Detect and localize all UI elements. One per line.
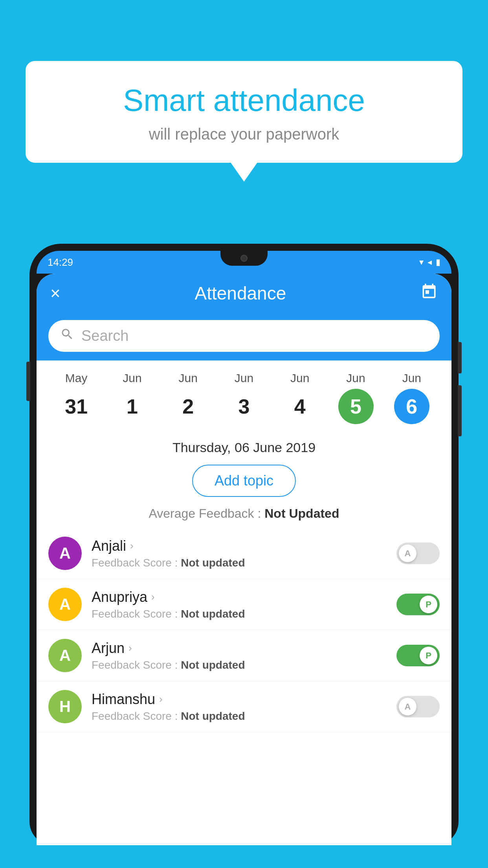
calendar-day[interactable]: Jun1 bbox=[114, 371, 150, 424]
student-list: AAnjali ›Feedback Score : Not updatedAAA… bbox=[37, 528, 451, 732]
cal-day-number: 5 bbox=[338, 389, 374, 424]
student-avatar: A bbox=[48, 537, 82, 570]
cal-day-number: 31 bbox=[59, 389, 94, 424]
wifi-icon: ▾ bbox=[419, 257, 424, 267]
attendance-toggle[interactable]: P bbox=[396, 645, 440, 666]
feedback-value: Not updated bbox=[181, 557, 245, 569]
student-name: Arjun › bbox=[92, 640, 387, 657]
volume-button bbox=[26, 362, 30, 401]
phone-container: 14:29 ▾ ◂ ▮ × Attendance bbox=[29, 244, 459, 868]
cal-day-number: 4 bbox=[282, 389, 317, 424]
attendance-toggle[interactable]: P bbox=[396, 594, 440, 615]
calendar-day[interactable]: Jun6 bbox=[394, 371, 429, 424]
student-avatar: A bbox=[48, 588, 82, 621]
cal-month-label: Jun bbox=[290, 371, 309, 385]
app-title: Attendance bbox=[194, 283, 286, 304]
calendar-day[interactable]: Jun2 bbox=[171, 371, 206, 424]
phone-screen: × Attendance Search bbox=[37, 274, 451, 845]
front-camera bbox=[240, 255, 248, 262]
power-button bbox=[458, 342, 462, 373]
speech-bubble-container: Smart attendance will replace your paper… bbox=[26, 61, 462, 163]
calendar-strip: May31Jun1Jun2Jun3Jun4Jun5Jun6 bbox=[37, 360, 451, 432]
calendar-day[interactable]: Jun3 bbox=[226, 371, 262, 424]
cal-day-number: 6 bbox=[394, 389, 429, 424]
toggle-knob: P bbox=[420, 647, 437, 664]
close-button[interactable]: × bbox=[50, 285, 61, 302]
feedback-value: Not updated bbox=[181, 659, 245, 671]
cal-day-number: 2 bbox=[171, 389, 206, 424]
calendar-icon[interactable] bbox=[420, 283, 438, 304]
battery-icon: ▮ bbox=[436, 257, 440, 267]
chevron-right-icon: › bbox=[151, 591, 155, 603]
toggle-knob: P bbox=[420, 596, 437, 613]
cal-month-label: Jun bbox=[235, 371, 253, 385]
calendar-day[interactable]: Jun4 bbox=[282, 371, 317, 424]
toggle-knob: A bbox=[399, 698, 416, 715]
speech-bubble: Smart attendance will replace your paper… bbox=[26, 61, 462, 163]
status-icons: ▾ ◂ ▮ bbox=[419, 257, 440, 267]
phone-notch bbox=[220, 251, 268, 266]
student-feedback: Feedback Score : Not updated bbox=[92, 608, 387, 620]
toggle-knob: A bbox=[399, 544, 416, 562]
bubble-subtitle: will replace your paperwork bbox=[49, 125, 439, 143]
search-container: Search bbox=[37, 313, 451, 360]
student-feedback: Feedback Score : Not updated bbox=[92, 659, 387, 671]
chevron-right-icon: › bbox=[130, 540, 134, 552]
student-name: Anjali › bbox=[92, 538, 387, 554]
attendance-toggle[interactable]: A bbox=[396, 542, 440, 564]
cal-month-label: Jun bbox=[402, 371, 421, 385]
student-info: Anjali ›Feedback Score : Not updated bbox=[92, 538, 387, 569]
signal-icon: ◂ bbox=[427, 257, 432, 267]
student-feedback: Feedback Score : Not updated bbox=[92, 710, 387, 723]
bubble-title: Smart attendance bbox=[49, 83, 439, 118]
student-avatar: H bbox=[48, 690, 82, 723]
avg-feedback-value: Not Updated bbox=[264, 506, 339, 520]
student-item[interactable]: HHimanshu ›Feedback Score : Not updatedA bbox=[37, 681, 451, 732]
cal-month-label: Jun bbox=[346, 371, 365, 385]
status-time: 14:29 bbox=[48, 256, 73, 268]
add-topic-button[interactable]: Add topic bbox=[192, 465, 296, 497]
cal-day-number: 3 bbox=[226, 389, 262, 424]
add-topic-container: Add topic bbox=[37, 459, 451, 502]
app-header: × Attendance bbox=[37, 274, 451, 313]
avg-feedback: Average Feedback : Not Updated bbox=[37, 502, 451, 528]
selected-date: Thursday, 06 June 2019 bbox=[37, 432, 451, 459]
student-item[interactable]: AAnupriya ›Feedback Score : Not updatedP bbox=[37, 579, 451, 630]
attendance-toggle[interactable]: A bbox=[396, 696, 440, 717]
calendar-day[interactable]: May31 bbox=[59, 371, 94, 424]
student-info: Himanshu ›Feedback Score : Not updated bbox=[92, 691, 387, 723]
calendar-day[interactable]: Jun5 bbox=[338, 371, 374, 424]
cal-month-label: Jun bbox=[123, 371, 141, 385]
student-avatar: A bbox=[48, 639, 82, 672]
student-item[interactable]: AArjun ›Feedback Score : Not updatedP bbox=[37, 630, 451, 681]
avg-feedback-label: Average Feedback : bbox=[149, 506, 261, 520]
cal-day-number: 1 bbox=[114, 389, 150, 424]
search-input[interactable]: Search bbox=[81, 327, 428, 344]
cal-month-label: Jun bbox=[179, 371, 198, 385]
search-icon bbox=[60, 327, 74, 345]
student-name: Himanshu › bbox=[92, 691, 387, 708]
search-bar[interactable]: Search bbox=[48, 320, 440, 352]
student-feedback: Feedback Score : Not updated bbox=[92, 557, 387, 569]
student-info: Anupriya ›Feedback Score : Not updated bbox=[92, 589, 387, 620]
student-item[interactable]: AAnjali ›Feedback Score : Not updatedA bbox=[37, 528, 451, 579]
student-info: Arjun ›Feedback Score : Not updated bbox=[92, 640, 387, 671]
feedback-value: Not updated bbox=[181, 710, 245, 722]
feedback-value: Not updated bbox=[181, 608, 245, 620]
student-name: Anupriya › bbox=[92, 589, 387, 605]
cal-month-label: May bbox=[65, 371, 88, 385]
chevron-right-icon: › bbox=[159, 693, 163, 705]
phone-frame: 14:29 ▾ ◂ ▮ × Attendance bbox=[29, 244, 459, 845]
volume-rocker bbox=[458, 385, 462, 436]
chevron-right-icon: › bbox=[128, 642, 132, 654]
